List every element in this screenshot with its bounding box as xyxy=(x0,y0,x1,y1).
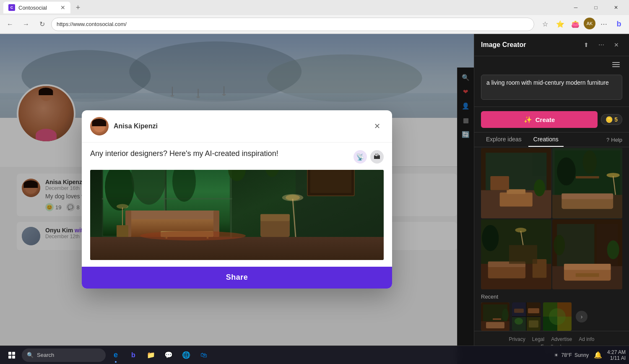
recent-thumb-1[interactable] xyxy=(481,302,509,331)
taskbar-store-app[interactable]: 🛍 xyxy=(195,347,212,364)
profile-icon[interactable]: AK xyxy=(584,18,595,29)
svg-marker-9 xyxy=(90,237,384,260)
svg-rect-100 xyxy=(549,308,566,325)
grid-image-3[interactable] xyxy=(481,219,551,290)
active-tab[interactable]: C Contosocial ✕ xyxy=(3,2,70,13)
footer-privacy[interactable]: Privacy xyxy=(509,336,525,342)
ie-icon: 🌐 xyxy=(182,351,190,359)
taskbar-explorer-app[interactable]: 📁 xyxy=(143,347,159,364)
svg-point-80 xyxy=(554,234,565,255)
weather-temp: 78°F xyxy=(561,352,572,358)
create-button[interactable]: ✨ Create xyxy=(481,111,598,128)
grid-image-4[interactable] xyxy=(552,219,623,290)
svg-point-79 xyxy=(607,240,619,259)
start-button[interactable] xyxy=(3,347,20,364)
help-icon: ? xyxy=(606,137,609,143)
new-tab-button[interactable]: + xyxy=(72,2,84,13)
favorites-collections-icon[interactable]: ⭐ xyxy=(554,18,567,31)
svg-rect-51 xyxy=(533,153,547,176)
svg-rect-88 xyxy=(514,309,524,313)
svg-rect-86 xyxy=(493,318,501,320)
prompt-area: a living room with mid-century modern fu… xyxy=(474,70,629,107)
recent-thumb-3[interactable] xyxy=(543,302,572,331)
panel-more-icon[interactable]: ⋯ xyxy=(595,39,607,51)
panel-title: Image Creator xyxy=(481,41,580,49)
tab-explore-ideas[interactable]: Explore ideas xyxy=(481,133,527,147)
svg-rect-90 xyxy=(528,308,539,313)
prompt-input[interactable]: a living room with mid-century modern fu… xyxy=(481,75,622,100)
tab-favicon: C xyxy=(8,4,15,11)
caption-row: Any interior designers? Here's my AI-cre… xyxy=(90,149,384,165)
svg-point-58 xyxy=(606,173,619,177)
edge-copilot-icon[interactable]: b xyxy=(612,18,626,31)
hamburger-menu[interactable] xyxy=(610,60,622,70)
close-tab-button[interactable]: ✕ xyxy=(60,4,65,11)
taskbar-apps: e b 📁 💬 🌐 🛍 xyxy=(107,347,212,364)
svg-rect-94 xyxy=(529,320,538,328)
mountain-icon[interactable]: 🏔 xyxy=(370,150,384,164)
radar-icon[interactable]: 📡 xyxy=(353,150,367,164)
forward-button[interactable]: → xyxy=(19,18,33,31)
footer-advertise[interactable]: Advertise xyxy=(551,336,572,342)
hamburger-row xyxy=(474,56,629,70)
back-button[interactable]: ← xyxy=(3,18,17,31)
panel-close-icon[interactable]: ✕ xyxy=(611,39,622,51)
bing-icon: b xyxy=(131,351,135,359)
address-bar[interactable]: https://www.contosocial.com/ xyxy=(51,18,534,31)
recent-thumb-2[interactable] xyxy=(512,302,541,331)
close-window-button[interactable]: ✕ xyxy=(606,0,626,15)
svg-rect-65 xyxy=(488,265,525,278)
teams-icon: 💬 xyxy=(164,351,173,359)
taskbar-search[interactable]: 🔍 Search xyxy=(22,348,106,362)
taskbar-clock: 4:27 AM 1/11 AI xyxy=(607,349,626,361)
restore-button[interactable]: □ xyxy=(586,0,606,15)
panel-share-icon[interactable]: ⬆ xyxy=(580,39,592,51)
recent-label: Recent xyxy=(474,289,629,302)
tab-creations[interactable]: Creations xyxy=(528,133,564,147)
creator-tabs: Explore ideas Creations ? Help xyxy=(474,133,629,147)
svg-rect-48 xyxy=(507,189,525,194)
taskbar-weather[interactable]: ☀ 78°F Sunny xyxy=(554,352,589,358)
svg-rect-29 xyxy=(260,219,290,237)
modal-body: Any interior designers? Here's my AI-cre… xyxy=(82,143,392,267)
weather-condition: Sunny xyxy=(574,352,589,358)
more-options-icon[interactable]: ⋯ xyxy=(597,18,611,31)
favorites-icon[interactable]: ☆ xyxy=(538,18,552,31)
coin-badge: 🪙 5 xyxy=(601,114,622,125)
modal-close-button[interactable]: ✕ xyxy=(370,120,384,133)
spark-icon: ✨ xyxy=(524,116,532,124)
create-label: Create xyxy=(535,116,555,123)
share-modal: Anisa Kipenzi ✕ Any interior designers? … xyxy=(82,110,392,289)
footer-legal[interactable]: Legal xyxy=(532,336,544,342)
post-image: ⓑ xyxy=(90,170,384,260)
minimize-button[interactable]: ─ xyxy=(566,0,585,15)
toolbar-icons: ☆ ⭐ 👛 AK ⋯ b xyxy=(538,18,626,31)
coin-icon: 🪙 xyxy=(606,116,613,123)
refresh-button[interactable]: ↻ xyxy=(35,18,49,31)
svg-rect-49 xyxy=(490,176,509,190)
taskbar-bing-app[interactable]: b xyxy=(125,347,142,364)
svg-rect-42 xyxy=(310,170,351,193)
svg-point-85 xyxy=(502,309,509,321)
store-icon: 🛍 xyxy=(200,351,207,359)
svg-rect-77 xyxy=(564,264,611,270)
modal-username: Anisa Kipenzi xyxy=(114,122,158,130)
taskbar-edge2-app[interactable]: 🌐 xyxy=(178,347,195,364)
svg-point-68 xyxy=(482,225,499,251)
taskbar-teams-app[interactable]: 💬 xyxy=(160,347,177,364)
taskbar-edge-app[interactable]: e xyxy=(107,347,124,364)
svg-point-92 xyxy=(515,318,523,325)
svg-rect-30 xyxy=(260,214,290,221)
recent-next-button[interactable]: › xyxy=(576,311,587,322)
taskbar-search-text: Search xyxy=(37,352,54,358)
footer-ad-info[interactable]: Ad info xyxy=(579,336,594,342)
notification-icon[interactable]: 🔔 xyxy=(591,348,605,362)
help-link[interactable]: ? Help xyxy=(606,133,622,146)
footer-links: Privacy Legal Advertise Ad info xyxy=(481,336,622,342)
share-button[interactable]: Share xyxy=(82,267,392,289)
svg-rect-78 xyxy=(575,273,599,277)
grid-image-2[interactable] xyxy=(552,148,623,218)
grid-image-1[interactable] xyxy=(481,148,551,218)
create-row: ✨ Create 🪙 5 xyxy=(474,107,629,133)
wallet-icon[interactable]: 👛 xyxy=(569,18,582,31)
